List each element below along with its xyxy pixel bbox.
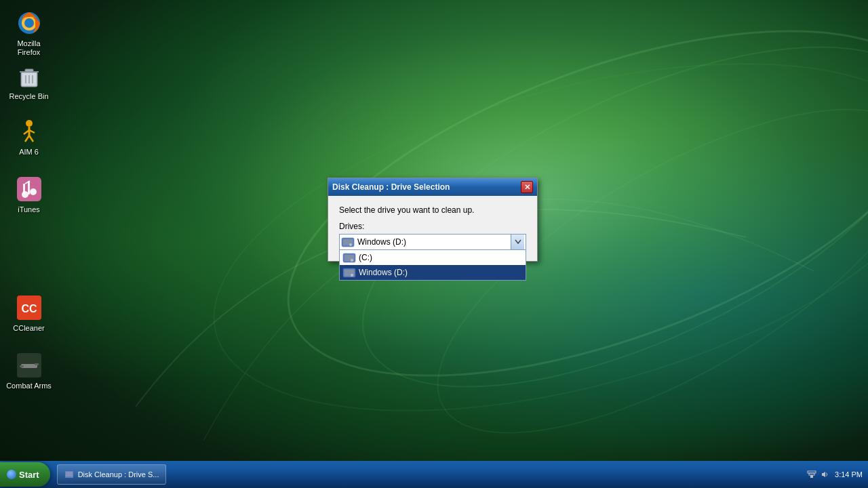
dialog-instruction: Select the drive you want to clean up. — [339, 205, 526, 215]
svg-rect-30 — [20, 365, 24, 367]
system-clock: 3:14 PM — [835, 470, 863, 479]
desktop-icon-ccleaner[interactable]: CC CCleaner — [3, 291, 54, 336]
svg-point-14 — [26, 120, 33, 127]
svg-text:CC: CC — [21, 303, 37, 314]
drives-dropdown[interactable]: Windows (D:) — [339, 234, 526, 250]
desktop-icon-recycle[interactable]: Recycle Bin — [3, 60, 54, 104]
svg-rect-24 — [23, 184, 25, 195]
desktop-icon-itunes[interactable]: iTunes — [3, 173, 54, 217]
svg-point-6 — [24, 18, 34, 28]
start-button[interactable]: Start — [0, 462, 50, 487]
chevron-down-icon — [515, 239, 521, 245]
diskcleanup-taskbar-icon — [64, 470, 74, 479]
drives-label: Drives: — [339, 222, 526, 231]
svg-rect-23 — [28, 181, 30, 195]
d-drive-label: Windows (D:) — [359, 268, 408, 277]
d-drive-icon — [342, 266, 356, 279]
firefox-label: Mozilla Firefox — [6, 39, 52, 57]
selected-drive-text: Windows (D:) — [357, 237, 511, 247]
svg-rect-31 — [35, 363, 39, 365]
svg-rect-45 — [808, 471, 816, 473]
svg-point-34 — [349, 243, 352, 246]
svg-point-37 — [351, 259, 353, 262]
recycle-icon-image — [16, 62, 43, 89]
itunes-label: iTunes — [18, 205, 40, 214]
c-drive-label: (C:) — [359, 253, 372, 262]
disk-cleanup-dialog: Disk Cleanup : Drive Selection ✕ Select … — [328, 178, 538, 262]
svg-marker-46 — [822, 472, 825, 477]
tray-network-icon — [806, 469, 817, 480]
volume-icon — [821, 470, 830, 479]
dropdown-arrow[interactable] — [511, 235, 524, 249]
svg-point-22 — [30, 188, 37, 195]
dialog-title: Disk Cleanup : Drive Selection — [332, 182, 450, 192]
start-orb — [7, 470, 16, 479]
taskbar-right: 3:14 PM — [801, 469, 868, 480]
svg-rect-42 — [66, 472, 73, 476]
itunes-icon-image — [16, 176, 43, 203]
desktop-icon-firefox[interactable]: Mozilla Firefox — [3, 7, 54, 60]
desktop: Mozilla Firefox Recycle Bin — [0, 0, 868, 488]
ccleaner-icon-image: CC — [16, 294, 43, 321]
taskbar-items: Disk Cleanup : Drive S... — [54, 464, 801, 485]
svg-rect-10 — [25, 69, 33, 72]
svg-rect-43 — [810, 475, 813, 478]
dialog-titlebar: Disk Cleanup : Drive Selection ✕ — [328, 178, 537, 196]
combat-icon-image — [16, 352, 43, 379]
svg-point-40 — [351, 274, 353, 277]
c-drive-icon — [342, 251, 356, 264]
firefox-icon-image — [16, 9, 43, 37]
start-label: Start — [19, 470, 39, 480]
combat-label: Combat Arms — [6, 382, 52, 390]
taskbar-diskcleanup-label: Disk Cleanup : Drive S... — [78, 470, 159, 479]
drives-dropdown-container: Windows (D:) — [339, 234, 526, 250]
tray-volume-icon — [820, 469, 831, 480]
desktop-icon-combat[interactable]: Combat Arms — [3, 349, 54, 393]
svg-line-18 — [25, 136, 29, 142]
dialog-body: Select the drive you want to clean up. D… — [328, 196, 537, 261]
taskbar-item-diskcleanup[interactable]: Disk Cleanup : Drive S... — [57, 464, 167, 485]
taskbar: Start Disk Cleanup : Drive S... — [0, 461, 868, 488]
dropdown-option-c[interactable]: (C:) — [340, 250, 526, 265]
aim-label: AIM 6 — [19, 148, 39, 157]
drives-dropdown-list: (C:) Windows (D:) — [339, 250, 526, 281]
desktop-icon-aim[interactable]: AIM 6 — [3, 115, 54, 159]
svg-line-19 — [29, 136, 33, 142]
recycle-label: Recycle Bin — [9, 92, 48, 101]
dialog-close-button[interactable]: ✕ — [521, 181, 533, 193]
ccleaner-label: CCleaner — [13, 324, 44, 333]
system-tray — [806, 469, 831, 480]
aim-icon-image — [16, 118, 43, 145]
dropdown-option-d[interactable]: Windows (D:) — [340, 265, 526, 280]
drive-icon-selected — [341, 235, 355, 249]
network-icon — [807, 470, 816, 479]
